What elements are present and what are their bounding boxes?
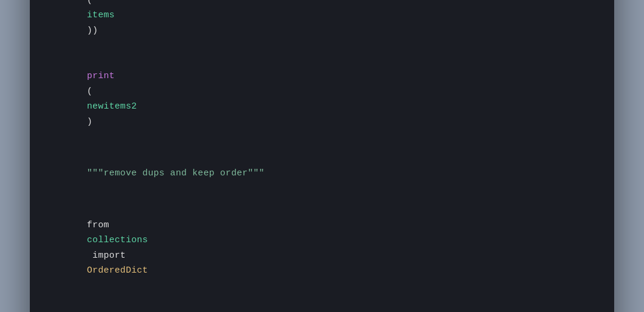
func-print-1: print [87,71,115,81]
code-line-7: items = [ "foo" , "bar" , "bar" , "foo" … [54,299,590,312]
code-line-4: print ( newitems2 ) [54,54,590,145]
code-line-6: from collections import OrderedDict [54,202,590,294]
code-comment-2: """remove dups and keep order""" [87,168,265,178]
arg-newitems2: newitems2 [87,101,137,112]
paren-close-2: ) [87,117,92,127]
module-collections: collections [87,235,148,245]
paren-close-1: )) [87,26,98,36]
keyword-from: from [87,220,115,230]
code-editor: """remove duplicate items from list. not… [30,0,614,312]
blank-4 [54,196,590,202]
code-line-5: """remove dups and keep order""" [54,151,590,197]
keyword-import: import [87,251,131,261]
blank-5 [54,294,590,299]
arg-items-1: items [87,10,115,20]
blank-3 [54,145,590,151]
class-ordereddict: OrderedDict [87,265,148,276]
code-window: """remove duplicate items from list. not… [30,0,614,312]
paren-2: ( [87,0,92,5]
code-line-3: newitems2 = list ( set ( items )) [54,0,590,54]
paren-3: ( [87,87,92,97]
